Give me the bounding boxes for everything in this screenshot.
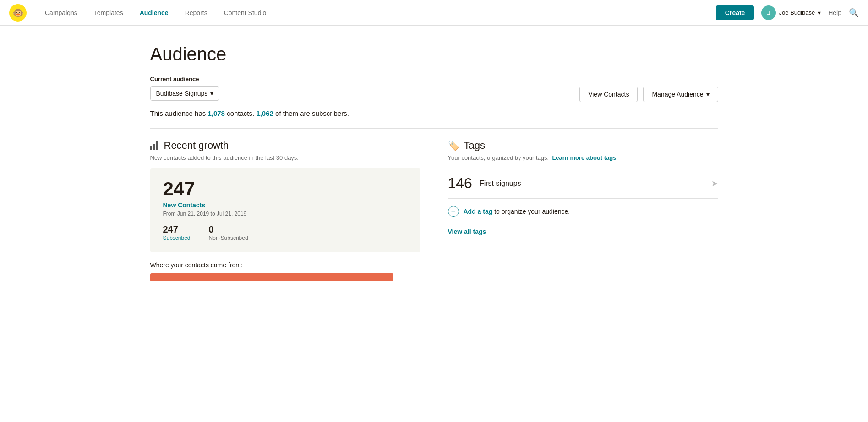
add-tag-link[interactable]: Add a tag bbox=[464, 208, 493, 215]
stats-prefix: This audience has bbox=[150, 109, 208, 117]
non-subscribed-count: 0 bbox=[209, 224, 248, 235]
current-audience-label: Current audience bbox=[150, 76, 220, 82]
recent-growth-section: Recent growth New contacts added to this… bbox=[150, 140, 420, 281]
total-contacts-link[interactable]: 1,078 bbox=[207, 109, 225, 117]
stats-middle: contacts. bbox=[225, 109, 256, 117]
manage-audience-button[interactable]: Manage Audience ▾ bbox=[643, 87, 718, 102]
page-title: Audience bbox=[150, 44, 718, 65]
manage-audience-label: Manage Audience bbox=[652, 91, 703, 98]
nav-links: Campaigns Templates Audience Reports Con… bbox=[38, 5, 716, 20]
add-tag-suffix: to organize your audience. bbox=[492, 208, 570, 215]
create-button[interactable]: Create bbox=[716, 5, 754, 20]
nav-audience[interactable]: Audience bbox=[132, 5, 176, 20]
main-content: Audience Current audience Budibase Signu… bbox=[114, 26, 755, 300]
tags-subtitle-text: Your contacts, organized by your tags. bbox=[448, 154, 549, 161]
tag-item-first-signups: 146 First signups ➤ bbox=[448, 168, 718, 199]
tags-header: 🏷️ Tags bbox=[448, 140, 718, 151]
tag-left: 146 First signups bbox=[448, 175, 521, 192]
stats-suffix: of them are subscribers. bbox=[273, 109, 349, 117]
tags-section: 🏷️ Tags Your contacts, organized by your… bbox=[448, 140, 718, 281]
add-tag-row: + Add a tag to organize your audience. bbox=[448, 199, 718, 224]
subscribed-count: 247 bbox=[163, 224, 191, 235]
audience-dropdown[interactable]: Budibase Signups ▾ bbox=[150, 86, 220, 101]
growth-header: Recent growth bbox=[150, 140, 420, 151]
nav-reports[interactable]: Reports bbox=[178, 5, 215, 20]
subscribed-stat: 247 Subscribed bbox=[163, 224, 191, 241]
learn-more-tags-link[interactable]: Learn more about tags bbox=[552, 154, 616, 161]
search-icon[interactable]: 🔍 bbox=[849, 8, 859, 18]
growth-chart-icon bbox=[150, 141, 159, 151]
growth-number: 247 bbox=[163, 179, 408, 199]
audience-header: Current audience Budibase Signups ▾ View… bbox=[150, 76, 718, 102]
growth-box: 247 New Contacts From Jun 21, 2019 to Ju… bbox=[150, 168, 420, 252]
audience-actions: View Contacts Manage Audience ▾ bbox=[579, 76, 718, 102]
audience-left: Current audience Budibase Signups ▾ bbox=[150, 76, 220, 101]
tags-subtitle: Your contacts, organized by your tags. L… bbox=[448, 154, 718, 161]
user-avatar: J bbox=[761, 5, 776, 20]
logo-icon[interactable]: 🐵 bbox=[9, 4, 27, 22]
navbar: 🐵 Campaigns Templates Audience Reports C… bbox=[0, 0, 868, 26]
sub-stats: 247 Subscribed 0 Non-Subscribed bbox=[163, 224, 408, 241]
tag-icon: 🏷️ bbox=[448, 140, 459, 151]
help-link[interactable]: Help bbox=[828, 9, 841, 16]
view-all-tags-link[interactable]: View all tags bbox=[448, 228, 718, 235]
section-divider bbox=[150, 128, 718, 129]
user-menu[interactable]: J Joe Budibase ▾ bbox=[761, 5, 821, 20]
date-range: From Jun 21, 2019 to Jul 21, 2019 bbox=[163, 211, 408, 217]
audience-name: Budibase Signups bbox=[156, 90, 208, 97]
add-tag-button[interactable]: + bbox=[448, 206, 459, 217]
user-dropdown-icon: ▾ bbox=[818, 9, 821, 16]
logo[interactable]: 🐵 bbox=[9, 4, 27, 22]
audience-stats: This audience has 1,078 contacts. 1,062 … bbox=[150, 109, 718, 117]
nav-campaigns[interactable]: Campaigns bbox=[38, 5, 85, 20]
contacts-source-bar bbox=[150, 273, 393, 281]
dropdown-chevron-icon: ▾ bbox=[210, 90, 213, 97]
tag-arrow-icon[interactable]: ➤ bbox=[711, 179, 718, 189]
tag-name: First signups bbox=[480, 179, 521, 188]
tag-count: 146 bbox=[448, 175, 472, 192]
add-tag-text: Add a tag to organize your audience. bbox=[464, 208, 570, 215]
non-subscribed-stat: 0 Non-Subscribed bbox=[209, 224, 248, 241]
non-subscribed-label: Non-Subscribed bbox=[209, 235, 248, 241]
manage-audience-chevron-icon: ▾ bbox=[706, 91, 710, 98]
nav-content-studio[interactable]: Content Studio bbox=[217, 5, 274, 20]
growth-subtitle: New contacts added to this audience in t… bbox=[150, 154, 420, 161]
nav-templates[interactable]: Templates bbox=[87, 5, 131, 20]
growth-title: Recent growth bbox=[164, 140, 229, 151]
new-contacts-link[interactable]: New Contacts bbox=[163, 201, 408, 209]
subscribed-label: Subscribed bbox=[163, 235, 191, 241]
view-contacts-button[interactable]: View Contacts bbox=[579, 87, 638, 102]
nav-right: Create J Joe Budibase ▾ Help 🔍 bbox=[716, 5, 859, 20]
user-name: Joe Budibase bbox=[779, 9, 815, 16]
subscribers-link[interactable]: 1,062 bbox=[256, 109, 273, 117]
two-column-section: Recent growth New contacts added to this… bbox=[150, 140, 718, 281]
where-contacts-label: Where your contacts came from: bbox=[150, 261, 420, 269]
tags-title: Tags bbox=[464, 140, 485, 151]
